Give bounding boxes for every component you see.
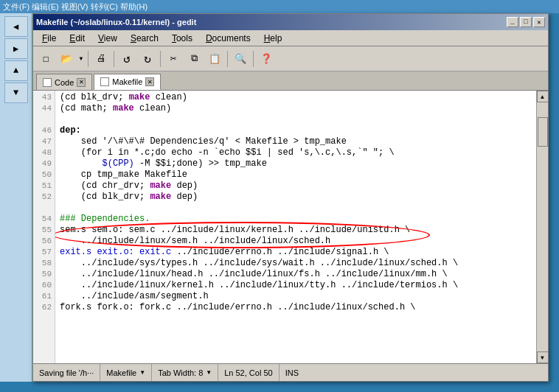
window-title: Makefile (~/oslab/linux-0.11/kernel) - g… xyxy=(36,18,196,27)
scrollbar-vertical[interactable]: ▲ ▼ xyxy=(536,91,548,363)
toolbar-help[interactable]: ❓ xyxy=(257,49,276,69)
left-btn-2[interactable]: ▶ xyxy=(4,38,28,59)
code-line-49: $(CPP) -M $$i;done) >> tmp_make xyxy=(60,158,532,169)
tab-code-checkbox[interactable] xyxy=(43,78,52,87)
main-window: Makefile (~/oslab/linux-0.11/kernel) - g… xyxy=(32,13,549,382)
status-insert-text: INS xyxy=(285,368,299,377)
toolbar: ☐ 📂 ▼ 🖨 ↺ ↻ ✂ ⧉ 📋 🔍 ❓ xyxy=(33,46,548,71)
tab-bar: Code ✕ Makefile ✕ xyxy=(33,71,548,91)
menu-tools[interactable]: Tools xyxy=(166,32,198,45)
status-tab-text: Tab Width: 8 xyxy=(158,368,203,377)
code-line-58: ../include/sys/types.h ../include/sys/wa… xyxy=(60,258,532,269)
tab-makefile[interactable]: Makefile ✕ xyxy=(94,74,161,90)
status-type[interactable]: Makefile ▼ xyxy=(100,364,152,381)
status-type-arrow: ▼ xyxy=(139,369,145,376)
toolbar-redo[interactable]: ↻ xyxy=(138,49,157,69)
menu-view[interactable]: View xyxy=(92,32,123,45)
code-line-48: (for i in *.c;do echo -n `echo $$i | sed… xyxy=(60,147,532,158)
toolbar-new[interactable]: ☐ xyxy=(36,49,55,69)
toolbar-open-arrow[interactable]: ▼ xyxy=(77,49,85,69)
menu-help[interactable]: Help xyxy=(258,32,288,45)
scroll-down-button[interactable]: ▼ xyxy=(537,351,549,363)
code-line-51: (cd chr_drv; make dep) xyxy=(60,181,532,192)
editor-content[interactable]: (cd blk_drv; make clean) (cd math; make … xyxy=(55,91,536,363)
status-insert: INS xyxy=(280,364,305,381)
tab-code-label: Code xyxy=(55,78,74,87)
minimize-button[interactable]: _ xyxy=(507,17,518,27)
code-line-45 xyxy=(60,114,532,125)
menu-search[interactable]: Search xyxy=(125,32,164,45)
code-line-60: ../include/linux/kernel.h ../include/lin… xyxy=(60,280,532,291)
toolbar-copy[interactable]: ⧉ xyxy=(184,49,204,69)
maximize-button[interactable]: □ xyxy=(520,17,532,27)
scroll-thumb[interactable] xyxy=(538,117,548,147)
code-line-61: ../include/asm/segment.h xyxy=(60,291,532,302)
toolbar-open[interactable]: 📂 xyxy=(57,49,76,69)
code-line-47: sed '/\#\#\# Dependencies/q' < Makefile … xyxy=(60,136,532,147)
code-line-46: dep: xyxy=(60,125,532,136)
toolbar-print[interactable]: 🖨 xyxy=(91,49,111,69)
taskbar-text: 文件(F) 编辑(E) 视图(V) 转列(C) 帮助(H) xyxy=(3,1,147,13)
toolbar-undo[interactable]: ↺ xyxy=(117,49,136,69)
tab-makefile-checkbox[interactable] xyxy=(100,77,109,86)
code-line-62: fork.s fork.o: fork.c ../include/errno.h… xyxy=(60,302,532,313)
status-tab[interactable]: Tab Width: 8 ▼ xyxy=(152,364,218,381)
code-line-43: (cd blk_drv; make clean) xyxy=(60,92,532,103)
code-line-50: cp tmp_make Makefile xyxy=(60,169,532,181)
menu-documents[interactable]: Documents xyxy=(200,32,257,45)
status-file-text: Saving file '/h··· xyxy=(39,368,94,377)
menu-bar: File Edit View Search Tools Documents He… xyxy=(33,30,548,46)
line-numbers: 43 44 46 47 48 49 50 51 52 54 55 56 57 5… xyxy=(33,91,55,363)
left-btn-1[interactable]: ◀ xyxy=(4,16,28,37)
tab-makefile-close[interactable]: ✕ xyxy=(145,77,154,86)
tab-makefile-label: Makefile xyxy=(112,77,142,86)
tab-code-close[interactable]: ✕ xyxy=(77,78,86,87)
toolbar-paste[interactable]: 📋 xyxy=(205,49,224,69)
close-button[interactable]: ✕ xyxy=(533,17,545,27)
toolbar-cut[interactable]: ✂ xyxy=(164,49,183,69)
code-line-57: exit.s exit.o: exit.c ../include/errno.h… xyxy=(60,247,532,258)
scroll-track[interactable] xyxy=(537,102,548,351)
code-line-53 xyxy=(60,203,532,214)
status-position-text: Ln 52, Col 50 xyxy=(224,368,272,377)
toolbar-sep-3 xyxy=(160,51,161,67)
toolbar-sep-1 xyxy=(88,51,88,67)
left-btn-3[interactable]: ▲ xyxy=(4,60,28,81)
taskbar: 文件(F) 编辑(E) 视图(V) 转列(C) 帮助(H) xyxy=(0,0,559,13)
status-bar: Saving file '/h··· Makefile ▼ Tab Width:… xyxy=(33,363,548,381)
menu-file[interactable]: File xyxy=(36,32,62,45)
code-line-56: ../include/linux/sem.h ../include/linux/… xyxy=(60,236,532,247)
toolbar-sep-4 xyxy=(227,51,228,67)
menu-edit[interactable]: Edit xyxy=(63,32,91,45)
code-line-52: (cd blk_drv; make dep) xyxy=(60,192,532,203)
status-tab-arrow: ▼ xyxy=(206,369,212,376)
editor-container: 43 44 46 47 48 49 50 51 52 54 55 56 57 5… xyxy=(33,91,548,363)
status-position: Ln 52, Col 50 xyxy=(218,364,279,381)
code-line-54: ### Dependencies. xyxy=(60,214,532,225)
title-bar: Makefile (~/oslab/linux-0.11/kernel) - g… xyxy=(33,14,548,30)
status-file: Saving file '/h··· xyxy=(33,364,100,381)
tab-code[interactable]: Code ✕ xyxy=(36,74,92,90)
scroll-up-button[interactable]: ▲ xyxy=(537,91,549,102)
toolbar-sep-2 xyxy=(114,51,114,67)
code-line-55: sem.s sem.o: sem.c ../include/linux/kern… xyxy=(60,225,532,236)
code-line-59: ../include/linux/head.h ../include/linux… xyxy=(60,269,532,280)
window-controls: _ □ ✕ xyxy=(507,17,545,27)
toolbar-sep-5 xyxy=(253,51,254,67)
left-btn-4[interactable]: ▼ xyxy=(4,83,28,103)
toolbar-search[interactable]: 🔍 xyxy=(231,49,250,69)
status-type-text: Makefile xyxy=(106,368,136,377)
code-line-44: (cd math; make clean) xyxy=(60,103,532,114)
left-panel: ◀ ▶ ▲ ▼ xyxy=(0,13,32,382)
